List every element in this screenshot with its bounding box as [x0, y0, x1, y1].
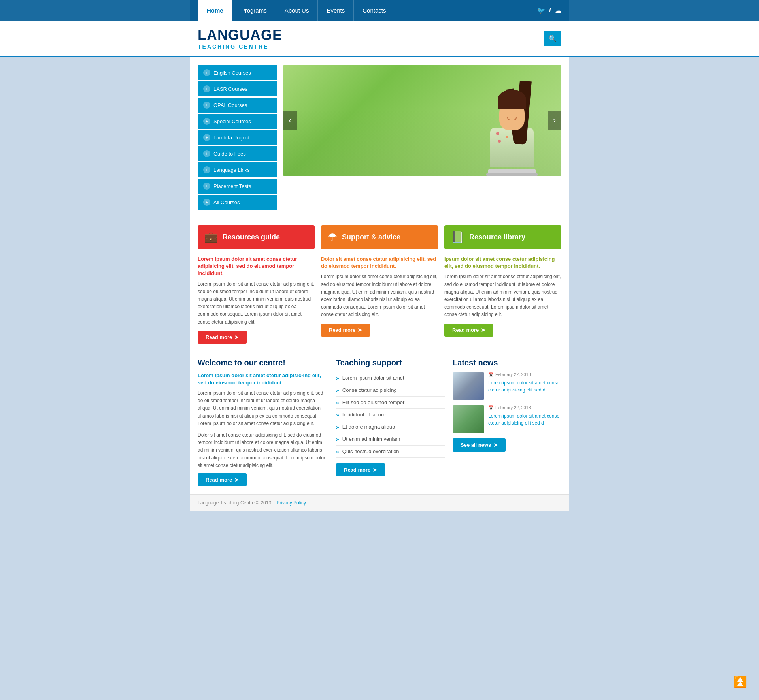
search-input[interactable]: [465, 32, 544, 45]
library-text: Lorem ipsum dolor sit amet conse ctetur …: [444, 273, 561, 318]
site-footer: Language Teaching Centre © 2013. Privacy…: [190, 494, 569, 511]
support-read-more-button[interactable]: Read more ➤: [321, 324, 370, 337]
library-highlight: Ipsum dolor sit amet conse ctetur adipis…: [444, 256, 561, 270]
welcome-highlight: Lorem ipsum dolor sit amet ctetur adipis…: [198, 372, 328, 386]
sidebar-item-all[interactable]: + All Courses: [198, 195, 277, 210]
teaching-item-0[interactable]: Lorem ipsum dolor sit amet: [336, 372, 445, 384]
support-title: Support & advice: [342, 233, 400, 241]
teaching-item-1[interactable]: Conse ctetur adipisicing: [336, 384, 445, 397]
sidebar-icon-all: +: [203, 199, 210, 206]
slider-next-button[interactable]: ›: [548, 111, 561, 130]
see-all-news-button[interactable]: See all news ➤: [453, 438, 506, 452]
teaching-item-2[interactable]: Elit sed do eiusmod tempor: [336, 397, 445, 409]
feature-boxes: 💼 Resources guide ☂ Support & advice 📗 R…: [190, 219, 569, 256]
privacy-policy-link[interactable]: Privacy Policy: [276, 500, 306, 506]
sidebar-icon-english: +: [203, 69, 210, 76]
sidebar-icon-fees: +: [203, 150, 210, 157]
news-title: Latest news: [453, 358, 561, 367]
teaching-read-more-button[interactable]: Read more ➤: [336, 463, 385, 476]
teaching-title: Teaching support: [336, 358, 445, 367]
rss-icon[interactable]: ☁: [555, 7, 561, 14]
welcome-text2: Dolor sit amet conse ctetur adipisicing …: [198, 431, 328, 469]
logo-title: LANGUAGE: [198, 27, 282, 43]
calendar-icon-1: 📅: [488, 405, 494, 410]
teaching-list: Lorem ipsum dolor sit amet Conse ctetur …: [336, 372, 445, 458]
news-thumb-0: [453, 372, 484, 400]
search-button[interactable]: 🔍: [544, 31, 561, 46]
sidebar: + English Courses + LASR Courses + OPAL …: [198, 65, 277, 211]
content-area: + English Courses + LASR Courses + OPAL …: [190, 57, 569, 219]
logo-subtitle: TEACHING CENTRE: [198, 43, 282, 50]
library-read-more-button[interactable]: Read more ➤: [444, 324, 493, 337]
sidebar-item-fees[interactable]: + Guide to Fees: [198, 146, 277, 161]
nav-bar: Home Programs About Us Events Contacts 🐦…: [190, 0, 569, 21]
footer-text: Language Teaching Centre © 2013.: [198, 500, 272, 506]
feature-box-support: ☂ Support & advice: [321, 225, 438, 249]
sidebar-item-special[interactable]: + Special Courses: [198, 114, 277, 129]
sidebar-icon-special: +: [203, 118, 210, 125]
logo: LANGUAGE TEACHING CENTRE: [198, 27, 282, 50]
news-link-0[interactable]: Lorem ipsum dolor sit amet conse ctetur …: [488, 380, 559, 393]
news-date-1: 📅 February 22, 2013: [488, 405, 561, 410]
site-header: LANGUAGE TEACHING CENTRE 🔍: [0, 21, 759, 57]
feature-box-library: 📗 Resource library: [444, 225, 561, 249]
resources-read-more-button[interactable]: Read more ➤: [198, 331, 247, 344]
sidebar-icon-placement: +: [203, 183, 210, 190]
hero-slider: ‹ ›: [283, 65, 561, 176]
twitter-icon[interactable]: 🐦: [537, 7, 545, 14]
teaching-section: Teaching support Lorem ipsum dolor sit a…: [336, 358, 445, 486]
library-icon: 📗: [451, 231, 464, 244]
search-container: 🔍: [465, 31, 561, 46]
welcome-text1: Lorem ipsum dolor sit amet conse ctetur …: [198, 390, 328, 427]
resources-highlight: Lorem ipsum dolor sit amet conse ctetur …: [198, 256, 315, 277]
calendar-icon-0: 📅: [488, 372, 494, 377]
support-section: Dolor sit amet conse ctetur adipisicing …: [321, 256, 438, 344]
resources-section: Lorem ipsum dolor sit amet conse ctetur …: [198, 256, 315, 344]
sidebar-item-english[interactable]: + English Courses: [198, 65, 277, 80]
nav-about[interactable]: About Us: [276, 0, 318, 21]
feature-box-resources: 💼 Resources guide: [198, 225, 315, 249]
sidebar-icon-lasr: +: [203, 85, 210, 92]
sidebar-icon-opal: +: [203, 102, 210, 109]
nav-contacts[interactable]: Contacts: [354, 0, 395, 21]
sidebar-icon-links: +: [203, 166, 210, 173]
teaching-item-5[interactable]: Ut enim ad minim veniam: [336, 433, 445, 446]
resources-icon: 💼: [204, 231, 218, 244]
nav-links: Home Programs About Us Events Contacts: [198, 0, 395, 21]
welcome-title: Welcome to our centre!: [198, 358, 328, 367]
resources-title: Resources guide: [223, 233, 280, 241]
facebook-icon[interactable]: f: [549, 7, 551, 14]
sidebar-item-links[interactable]: + Language Links: [198, 162, 277, 177]
nav-programs[interactable]: Programs: [232, 0, 276, 21]
news-item-0: 📅 February 22, 2013 Lorem ipsum dolor si…: [453, 372, 561, 400]
teaching-item-3[interactable]: Incididunt ut labore: [336, 409, 445, 421]
news-thumb-1: [453, 405, 484, 433]
news-item-1: 📅 February 22, 2013 Lorem ipsum dolor si…: [453, 405, 561, 433]
news-link-1[interactable]: Lorem ipsum dolor sit amet conse ctetur …: [488, 413, 559, 426]
resources-text: Lorem ipsum dolor sit amet conse ctetur …: [198, 280, 315, 326]
sidebar-item-lambda[interactable]: + Lambda Project: [198, 130, 277, 145]
welcome-section: Welcome to our centre! Lorem ipsum dolor…: [198, 358, 328, 486]
nav-events[interactable]: Events: [318, 0, 354, 21]
sidebar-icon-lambda: +: [203, 134, 210, 141]
sidebar-item-opal[interactable]: + OPAL Courses: [198, 98, 277, 113]
slider-prev-button[interactable]: ‹: [283, 111, 297, 130]
library-title: Resource library: [469, 233, 525, 241]
nav-social-icons: 🐦 f ☁: [537, 7, 561, 14]
top-nav: Home Programs About Us Events Contacts 🐦…: [0, 0, 759, 21]
sidebar-item-placement[interactable]: + Placement Tests: [198, 179, 277, 194]
support-text: Lorem ipsum dolor sit amet conse ctetur …: [321, 273, 438, 318]
welcome-read-more-button[interactable]: Read more ➤: [198, 473, 247, 486]
news-date-0: 📅 February 22, 2013: [488, 372, 561, 377]
sidebar-item-lasr[interactable]: + LASR Courses: [198, 81, 277, 96]
support-highlight: Dolor sit amet conse ctetur adipisicing …: [321, 256, 438, 270]
bottom-sections: Welcome to our centre! Lorem ipsum dolor…: [190, 350, 569, 494]
teaching-item-6[interactable]: Quis nostrud exercitation: [336, 446, 445, 458]
teaching-item-4[interactable]: Et dolore magna aliqua: [336, 421, 445, 433]
support-icon: ☂: [327, 231, 337, 244]
nav-home[interactable]: Home: [198, 0, 232, 21]
library-section: Ipsum dolor sit amet conse ctetur adipis…: [444, 256, 561, 344]
news-section: Latest news 📅 February 22, 2013 Lorem ip…: [453, 358, 561, 486]
info-sections: Lorem ipsum dolor sit amet conse ctetur …: [190, 256, 569, 350]
